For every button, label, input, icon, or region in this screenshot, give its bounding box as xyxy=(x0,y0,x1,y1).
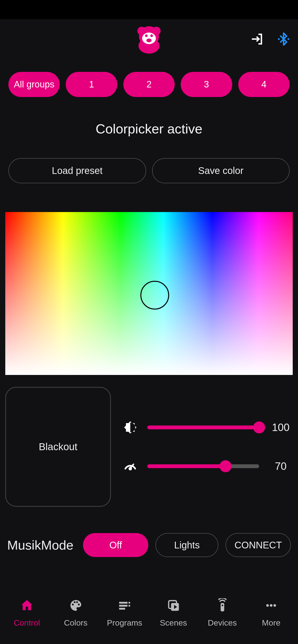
group-pill-all[interactable]: All groups xyxy=(9,72,60,97)
button-label: Lights xyxy=(174,540,200,550)
button-label: CONNECT xyxy=(234,540,282,550)
colorpicker-handle[interactable] xyxy=(140,281,169,310)
group-selector: All groups 1 2 3 4 xyxy=(0,60,298,104)
music-mode-label: MusikMode xyxy=(7,538,73,552)
nav-control[interactable]: Control xyxy=(3,598,51,628)
brightness-slider-row: 100 xyxy=(123,420,293,435)
group-pill-1[interactable]: 1 xyxy=(66,72,117,97)
app-root: All groups 1 2 3 4 Colorpicker active Lo… xyxy=(0,19,298,644)
nav-label: Scenes xyxy=(160,618,187,628)
sliders: 100 70 xyxy=(123,387,293,507)
svg-point-2 xyxy=(137,26,146,35)
group-label: 4 xyxy=(261,79,266,90)
nav-devices[interactable]: Devices xyxy=(198,598,247,628)
save-color-button[interactable]: Save color xyxy=(152,158,290,183)
svg-rect-12 xyxy=(119,602,128,604)
controls-section: Blackout 100 xyxy=(0,375,298,507)
nav-programs[interactable]: Programs xyxy=(100,598,149,628)
button-label: Save color xyxy=(198,165,244,176)
topbar xyxy=(0,19,298,60)
button-label: Off xyxy=(109,540,122,550)
nav-label: Colors xyxy=(64,618,87,628)
button-label: Blackout xyxy=(39,441,77,452)
colorpicker-container xyxy=(0,183,298,375)
speed-slider[interactable] xyxy=(147,464,259,468)
scenes-icon xyxy=(166,598,181,614)
colorpicker[interactable] xyxy=(5,212,293,375)
palette-icon xyxy=(69,598,83,614)
nav-label: Devices xyxy=(208,618,237,628)
nav-label: Programs xyxy=(107,618,142,628)
speed-icon xyxy=(123,459,138,474)
svg-rect-14 xyxy=(119,608,125,610)
speed-thumb[interactable] xyxy=(220,460,232,472)
load-preset-button[interactable]: Load preset xyxy=(9,158,146,183)
svg-point-4 xyxy=(142,32,156,44)
svg-point-21 xyxy=(221,605,223,606)
more-icon xyxy=(264,598,278,614)
music-mode-row: MusikMode Off Lights CONNECT xyxy=(0,507,298,557)
button-label: Load preset xyxy=(52,165,102,176)
music-connect-button[interactable]: CONNECT xyxy=(226,533,291,557)
svg-point-16 xyxy=(128,605,130,607)
svg-point-8 xyxy=(278,38,280,40)
svg-rect-20 xyxy=(221,603,224,612)
svg-point-6 xyxy=(151,34,153,37)
group-label: 3 xyxy=(204,79,209,90)
speed-value: 70 xyxy=(269,460,293,472)
list-icon xyxy=(117,598,132,614)
group-pill-4[interactable]: 4 xyxy=(238,72,289,97)
svg-point-22 xyxy=(266,604,269,607)
remote-icon xyxy=(215,598,230,614)
svg-point-23 xyxy=(270,604,272,607)
group-label: 2 xyxy=(146,79,152,90)
page-title: Colorpicker active xyxy=(0,104,298,158)
nav-more[interactable]: More xyxy=(247,598,295,628)
group-label: All groups xyxy=(14,79,54,90)
monkey-logo xyxy=(136,25,162,54)
brightness-slider[interactable] xyxy=(147,426,259,429)
blackout-button[interactable]: Blackout xyxy=(5,387,111,507)
svg-point-24 xyxy=(273,604,276,607)
preset-row: Load preset Save color xyxy=(0,158,298,183)
svg-point-3 xyxy=(152,26,161,35)
group-label: 1 xyxy=(89,79,94,90)
music-lights-button[interactable]: Lights xyxy=(156,533,218,557)
group-pill-3[interactable]: 3 xyxy=(181,72,232,97)
bottom-nav: Control Colors Programs Scenes Devices xyxy=(0,589,298,644)
login-icon[interactable] xyxy=(250,32,264,47)
group-pill-2[interactable]: 2 xyxy=(123,72,175,97)
nav-label: More xyxy=(262,618,280,628)
nav-colors[interactable]: Colors xyxy=(51,598,100,628)
home-icon xyxy=(20,598,34,614)
svg-point-11 xyxy=(129,468,131,470)
svg-point-15 xyxy=(128,602,130,604)
svg-point-9 xyxy=(287,38,289,40)
speed-slider-row: 70 xyxy=(123,459,293,474)
nav-scenes[interactable]: Scenes xyxy=(149,598,198,628)
svg-point-5 xyxy=(145,34,148,37)
nav-label: Control xyxy=(14,618,40,628)
brightness-thumb[interactable] xyxy=(253,422,265,434)
svg-point-7 xyxy=(146,38,152,42)
status-bar xyxy=(0,0,298,19)
bluetooth-icon[interactable] xyxy=(276,32,291,47)
music-off-button[interactable]: Off xyxy=(83,533,148,557)
svg-rect-13 xyxy=(119,605,128,607)
brightness-icon xyxy=(123,420,138,435)
brightness-value: 100 xyxy=(269,422,293,434)
